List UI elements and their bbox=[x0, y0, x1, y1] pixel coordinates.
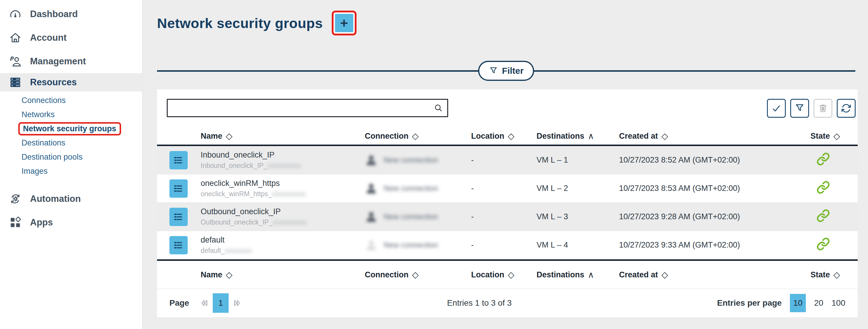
section-divider: Filter bbox=[157, 70, 855, 72]
redacted-text: xxxxxxxx bbox=[225, 247, 252, 255]
column-header-connection[interactable]: Connection ◇ bbox=[365, 270, 471, 279]
add-network-security-group-button[interactable]: + bbox=[335, 14, 353, 32]
column-header-name[interactable]: Name ◇ bbox=[157, 132, 365, 141]
sidebar-item-automation[interactable]: Automation bbox=[0, 187, 142, 211]
row-subname: Inbound_oneclick_IP_xxxxxxxxxx bbox=[200, 162, 301, 170]
sidebar-item-destinations[interactable]: Destinations bbox=[0, 136, 142, 150]
column-header-created-at[interactable]: Created at ◇ bbox=[619, 270, 813, 279]
sidebar-item-images[interactable]: Images bbox=[0, 164, 142, 178]
users-icon bbox=[9, 55, 22, 68]
first-page-icon[interactable] bbox=[199, 298, 210, 308]
entries-summary: Entries 1 to 3 of 3 bbox=[447, 298, 512, 308]
column-header-state[interactable]: State ◇ bbox=[813, 270, 858, 279]
created-at-cell: 10/27/2023 9:28 AM (GMT+02:00) bbox=[619, 212, 813, 221]
table-row[interactable]: Outbound_oneclick_IP Outbound_oneclick_I… bbox=[157, 203, 858, 231]
annotation-box: Network security groups bbox=[18, 122, 121, 135]
destinations-cell: VM L – 1 bbox=[536, 156, 619, 165]
connection-name: New connection bbox=[383, 241, 438, 250]
refresh-button[interactable] bbox=[837, 99, 856, 118]
sidebar-item-account[interactable]: Account bbox=[0, 26, 142, 50]
per-page-option-100[interactable]: 100 bbox=[832, 298, 845, 308]
avatar bbox=[365, 237, 378, 253]
column-label: State bbox=[810, 270, 830, 279]
sidebar-item-label: Management bbox=[30, 56, 86, 67]
funnel-icon bbox=[489, 66, 498, 76]
redacted-text: xxxxxxxxxx bbox=[267, 162, 301, 170]
column-header-connection[interactable]: Connection ◇ bbox=[365, 132, 471, 141]
link-state-icon bbox=[816, 237, 830, 251]
state-cell bbox=[813, 209, 858, 224]
link-state-icon bbox=[816, 209, 830, 222]
column-header-destinations[interactable]: Destinations ∧ bbox=[536, 132, 619, 141]
subnav-label: Images bbox=[22, 167, 48, 176]
connection-name: New connection bbox=[383, 156, 438, 165]
created-at-cell: 10/27/2023 9:33 AM (GMT+02:00) bbox=[619, 241, 813, 250]
page-title: Network security groups bbox=[157, 15, 323, 31]
column-header-created-at[interactable]: Created at ◇ bbox=[619, 132, 813, 141]
security-group-icon bbox=[169, 236, 188, 254]
subnav-label: Network security groups bbox=[23, 124, 116, 133]
column-header-name[interactable]: Name ◇ bbox=[157, 270, 365, 279]
last-page-icon[interactable] bbox=[231, 298, 242, 308]
location-cell: - bbox=[471, 212, 536, 221]
row-name: default bbox=[200, 236, 224, 244]
sort-icon: ◇ bbox=[226, 132, 232, 140]
subnav-label: Destination pools bbox=[22, 153, 83, 162]
column-label: Destinations bbox=[536, 132, 584, 141]
link-state-icon bbox=[816, 152, 830, 166]
state-cell bbox=[813, 152, 858, 168]
sort-icon: ◇ bbox=[412, 132, 419, 140]
per-page-option-20[interactable]: 20 bbox=[814, 298, 823, 308]
sidebar-item-label: Apps bbox=[30, 217, 53, 228]
created-at-cell: 10/27/2023 8:52 AM (GMT+02:00) bbox=[619, 156, 813, 165]
per-page-option-10[interactable]: 10 bbox=[790, 294, 806, 312]
page-label: Page bbox=[169, 298, 189, 308]
sidebar-item-management[interactable]: Management bbox=[0, 50, 142, 73]
column-header-location[interactable]: Location ◇ bbox=[471, 270, 536, 279]
location-cell: - bbox=[471, 241, 536, 250]
sidebar-item-connections[interactable]: Connections bbox=[0, 93, 142, 107]
sidebar-item-label: Account bbox=[30, 32, 67, 43]
sidebar: Dashboard Account Management bbox=[0, 0, 142, 329]
subnav-label: Connections bbox=[22, 96, 66, 105]
home-icon bbox=[9, 31, 22, 44]
servers-icon bbox=[9, 76, 22, 89]
destinations-cell: VM L – 2 bbox=[536, 184, 619, 193]
pagination-bar: Page 1 Entries 1 to 3 of 3 Entries per p… bbox=[157, 289, 858, 317]
column-label: State bbox=[810, 132, 830, 141]
avatar bbox=[365, 181, 378, 196]
filter-button[interactable]: Filter bbox=[478, 61, 534, 81]
connection-cell: New connection bbox=[365, 209, 471, 225]
column-label: Location bbox=[471, 270, 504, 279]
select-all-button[interactable] bbox=[767, 99, 786, 118]
sidebar-item-destination-pools[interactable]: Destination pools bbox=[0, 150, 142, 164]
main-content: Network security groups + Filter bbox=[142, 0, 868, 329]
funnel-icon bbox=[794, 103, 805, 114]
screen: Dashboard Account Management bbox=[0, 0, 868, 329]
security-group-icon bbox=[169, 180, 188, 198]
automation-icon bbox=[9, 192, 22, 205]
table-row[interactable]: default default_xxxxxxxx New connection … bbox=[157, 231, 858, 259]
column-header-destinations[interactable]: Destinations ∧ bbox=[536, 270, 619, 279]
sidebar-item-resources[interactable]: Resources bbox=[0, 73, 142, 91]
state-cell bbox=[813, 181, 858, 196]
current-page-button[interactable]: 1 bbox=[213, 293, 229, 313]
column-label: Connection bbox=[365, 270, 409, 279]
table-row[interactable]: Inbound_oneclick_IP Inbound_oneclick_IP_… bbox=[157, 146, 858, 174]
filter-table-button[interactable] bbox=[790, 99, 809, 118]
column-header-state[interactable]: State ◇ bbox=[813, 132, 858, 141]
column-header-location[interactable]: Location ◇ bbox=[471, 132, 536, 141]
row-subname: default_xxxxxxxx bbox=[200, 247, 252, 255]
avatar bbox=[365, 209, 378, 225]
sidebar-item-network-security-groups[interactable]: Network security groups bbox=[0, 121, 142, 136]
sidebar-item-dashboard[interactable]: Dashboard bbox=[0, 2, 142, 26]
sidebar-item-apps[interactable]: Apps bbox=[0, 211, 142, 234]
delete-button[interactable] bbox=[813, 99, 832, 118]
row-name: Outbound_oneclick_IP bbox=[200, 207, 281, 216]
resources-subnav: Connections Networks Network security gr… bbox=[0, 91, 142, 179]
search-input[interactable] bbox=[167, 99, 448, 117]
table-row[interactable]: oneclick_winRM_https oneclick_winRM_http… bbox=[157, 174, 858, 203]
sidebar-item-networks[interactable]: Networks bbox=[0, 107, 142, 121]
table-card: Name ◇ Connection ◇ Location ◇ Destinati… bbox=[157, 89, 858, 317]
toolbar bbox=[767, 99, 856, 118]
